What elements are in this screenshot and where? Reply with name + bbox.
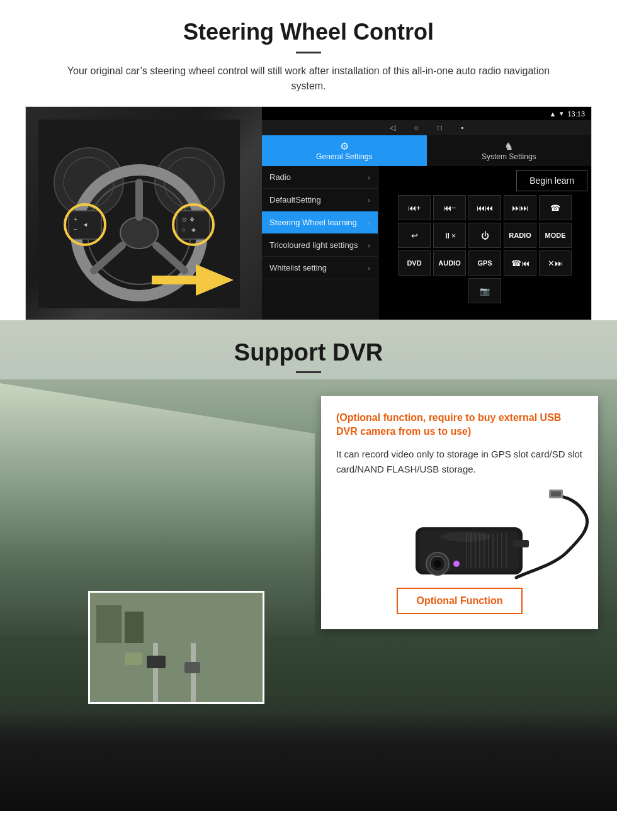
menu-steering-label: Steering Wheel learning [269, 218, 357, 227]
svg-point-7 [120, 217, 158, 249]
svg-text:+: + [74, 216, 77, 223]
svg-text:−: − [74, 226, 77, 233]
chevron-icon: › [368, 196, 370, 204]
screenshot-area: + − ◄ ⊙ ❖ ○ ◈ ▲ ▾ [25, 106, 592, 320]
back-icon[interactable]: ◁ [390, 123, 395, 132]
signal-icon: ▲ [550, 110, 557, 118]
status-bar: ▲ ▾ 13:13 [262, 107, 591, 120]
dvr-optional-text: (Optional function, require to buy exter… [336, 411, 583, 439]
thumbnail-image [90, 593, 264, 704]
svg-rect-15 [177, 211, 210, 239]
camera-svg [365, 490, 604, 590]
wifi-icon: ▾ [560, 109, 563, 118]
steering-wheel-section: Steering Wheel Control Your original car… [0, 0, 617, 320]
svg-text:◈: ◈ [191, 227, 196, 233]
dvr-camera-image [365, 490, 554, 578]
svg-text:⊙: ⊙ [182, 216, 187, 223]
dvr-thumbnail [88, 591, 264, 704]
chevron-icon: › [368, 242, 370, 249]
svg-rect-27 [96, 605, 122, 643]
begin-learn-button[interactable]: Begin learn [516, 170, 587, 191]
steering-title: Steering Wheel Control [25, 19, 592, 45]
tab-general-label: General Settings [316, 152, 372, 161]
control-panel: Begin learn ⏮+ ⏮− ⏮⏮ ⏭⏭ ☎ ↩ ⏸× ⏻ RADIO [378, 166, 591, 320]
power-btn[interactable]: ⏻ [468, 223, 501, 248]
svg-rect-49 [506, 534, 507, 568]
dvr-title: Support DVR [0, 339, 617, 366]
control-row-1: ⏮+ ⏮− ⏮⏮ ⏭⏭ ☎ [382, 195, 587, 220]
svg-rect-50 [513, 540, 529, 547]
svg-point-2 [155, 148, 224, 217]
menu-item-tricolour[interactable]: Tricoloured light settings › [262, 234, 378, 257]
svg-rect-48 [501, 534, 502, 568]
dvr-desc-text: It can record video only to storage in G… [336, 447, 583, 477]
steering-wheel-image: + − ◄ ⊙ ❖ ○ ◈ [38, 120, 240, 308]
menu-list: Radio › DefaultSetting › Steering Wheel … [262, 166, 378, 320]
svg-rect-28 [125, 612, 144, 643]
tab-general-settings[interactable]: ⚙ General Settings [262, 135, 427, 166]
svg-rect-46 [492, 534, 494, 568]
menu-item-steering[interactable]: Steering Wheel learning › [262, 211, 378, 234]
dvr-section: Support DVR [0, 320, 617, 811]
vol-up-btn[interactable]: ⏮+ [398, 195, 431, 220]
svg-rect-30 [184, 662, 200, 673]
svg-rect-47 [497, 534, 498, 568]
svg-rect-29 [147, 656, 166, 668]
control-row-3: DVD AUDIO GPS ☎⏮ ✕⏭ [382, 250, 587, 276]
menu-item-radio[interactable]: Radio › [262, 166, 378, 189]
svg-point-39 [453, 561, 460, 567]
menu-tricolour-label: Tricoloured light settings [269, 240, 358, 250]
svg-point-1 [54, 148, 123, 217]
gps-btn[interactable]: GPS [468, 250, 501, 276]
dvd-btn[interactable]: DVD [398, 250, 431, 276]
svg-text:❖: ❖ [190, 216, 195, 223]
svg-rect-25 [153, 643, 158, 704]
audio-btn[interactable]: AUDIO [433, 250, 466, 276]
menu-radio-label: Radio [269, 172, 291, 182]
dvr-title-area: Support DVR [0, 320, 617, 379]
dvr-divider [296, 371, 321, 373]
svg-rect-33 [551, 491, 561, 496]
menu-item-default[interactable]: DefaultSetting › [262, 189, 378, 211]
menu-item-whitelist[interactable]: Whitelist setting › [262, 257, 378, 279]
system-icon: ♞ [429, 140, 589, 152]
menu-icon[interactable]: ▪ [461, 123, 463, 132]
mode-btn[interactable]: MODE [539, 223, 572, 248]
title-divider [296, 52, 321, 53]
phone-btn[interactable]: ☎ [539, 195, 572, 220]
android-ui: ▲ ▾ 13:13 ◁ ○ □ ▪ ⚙ General Settings ♞ S… [262, 107, 591, 320]
nav-bar: ◁ ○ □ ▪ [262, 120, 591, 135]
steering-subtitle: Your original car’s steering wheel contr… [50, 64, 567, 94]
svg-point-38 [434, 560, 441, 568]
car-dashboard [0, 710, 617, 811]
chevron-icon: › [368, 264, 370, 272]
tab-system-settings[interactable]: ♞ System Settings [427, 135, 592, 166]
gear-icon: ⚙ [264, 140, 424, 152]
begin-learn-row: Begin learn [382, 170, 587, 191]
radio-btn[interactable]: RADIO [504, 223, 536, 248]
phone-prev-btn[interactable]: ☎⏮ [504, 250, 536, 276]
chevron-icon: › [368, 219, 370, 227]
optional-function-button[interactable]: Optional Function [397, 588, 523, 614]
x-next-btn[interactable]: ✕⏭ [539, 250, 572, 276]
tabs-row: ⚙ General Settings ♞ System Settings [262, 135, 591, 166]
prev-btn[interactable]: ⏮⏮ [468, 195, 501, 220]
svg-text:○: ○ [182, 227, 185, 233]
next-btn[interactable]: ⏭⏭ [504, 195, 536, 220]
tab-system-label: System Settings [482, 152, 536, 161]
steering-photo: + − ◄ ⊙ ❖ ○ ◈ [26, 107, 262, 320]
mute-btn[interactable]: ⏸× [433, 223, 466, 248]
control-row-2: ↩ ⏸× ⏻ RADIO MODE [382, 223, 587, 248]
home-icon[interactable]: ○ [414, 123, 419, 132]
recent-icon[interactable]: □ [438, 123, 442, 132]
chevron-icon: › [368, 174, 370, 181]
svg-text:◄: ◄ [82, 221, 88, 228]
vol-down-btn[interactable]: ⏮− [433, 195, 466, 220]
hang-up-btn[interactable]: ↩ [398, 223, 431, 248]
svg-rect-23 [152, 276, 197, 284]
camera-btn[interactable]: 📷 [468, 278, 501, 303]
time-display: 13:13 [567, 110, 585, 118]
control-row-4: 📷 [382, 278, 587, 303]
main-content: Radio › DefaultSetting › Steering Wheel … [262, 166, 591, 320]
svg-rect-26 [191, 643, 196, 704]
